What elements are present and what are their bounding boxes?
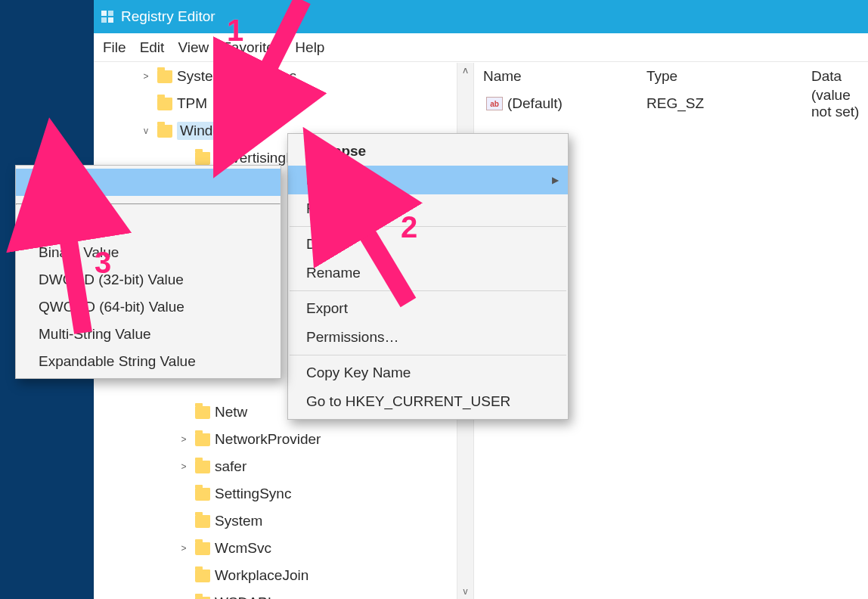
new-dword-value[interactable]: DWORD (32-bit) Value	[16, 266, 281, 293]
new-string-value[interactable]: String Value	[16, 212, 281, 239]
menu-view[interactable]: View	[178, 39, 209, 56]
new-multistring-value[interactable]: Multi-String Value	[16, 321, 281, 348]
ctx-new-label: New	[306, 172, 335, 188]
new-binary-value[interactable]: Binary Value	[16, 239, 281, 266]
ctx-copy-key-name[interactable]: Copy Key Name	[288, 358, 568, 387]
chevron-right-icon[interactable]: >	[139, 71, 153, 82]
tree-item-workplacejoin[interactable]: WorkplaceJoin	[94, 562, 473, 589]
svg-rect-3	[108, 17, 113, 23]
context-menu: Collapse New ▶ Find… Delete Rename Expor…	[287, 133, 569, 420]
tree-item-tpm[interactable]: TPM	[94, 90, 473, 117]
tree-label: NetworkProvider	[215, 431, 321, 448]
value-data: (value not set)	[811, 87, 868, 120]
tree-label: WorkplaceJoin	[215, 567, 308, 584]
scroll-down-icon[interactable]: v	[463, 587, 468, 596]
tree-label: System	[215, 513, 262, 529]
tree-label: WSDAPI	[215, 594, 271, 599]
folder-icon	[195, 515, 210, 528]
svg-rect-0	[101, 11, 107, 16]
new-submenu: Key String Value Binary Value DWORD (32-…	[15, 165, 281, 379]
tree-label: SettingSync	[215, 486, 291, 502]
ctx-permissions[interactable]: Permissions…	[288, 323, 568, 352]
svg-rect-1	[108, 11, 113, 16]
tree-label: SystemCertificates	[177, 68, 296, 85]
title-bar: Registry Editor	[94, 0, 868, 33]
tree-item-settingsync[interactable]: SettingSync	[94, 480, 473, 507]
tree-item-networkprovider[interactable]: > NetworkProvider	[94, 426, 473, 453]
window-title: Registry Editor	[121, 8, 215, 25]
ctx-delete[interactable]: Delete	[288, 230, 568, 259]
tree-item-systemcertificates[interactable]: > SystemCertificates	[94, 63, 473, 90]
folder-icon	[195, 433, 210, 446]
submenu-arrow-icon: ▶	[552, 175, 559, 185]
folder-icon	[157, 70, 172, 83]
svg-rect-2	[101, 17, 107, 23]
column-type-header[interactable]: Type	[646, 68, 811, 85]
chevron-right-icon[interactable]: >	[177, 461, 191, 472]
annotation-number-2: 2	[401, 210, 417, 244]
ctx-collapse[interactable]: Collapse	[288, 137, 568, 166]
tree-item-safer[interactable]: > safer	[94, 453, 473, 480]
menu-separator	[290, 226, 566, 227]
column-name-header[interactable]: Name	[474, 68, 646, 85]
value-type: REG_SZ	[646, 95, 811, 112]
new-qword-value[interactable]: QWORD (64-bit) Value	[16, 293, 281, 321]
folder-icon	[195, 488, 210, 501]
folder-icon	[195, 570, 210, 582]
value-name: (Default)	[507, 95, 563, 112]
menu-bar: File Edit View Favorites Help	[94, 33, 868, 62]
folder-icon	[195, 542, 210, 555]
tree-label: TPM	[177, 95, 207, 112]
tree-label: Netw	[215, 404, 247, 421]
chevron-down-icon[interactable]: v	[139, 126, 153, 136]
folder-icon	[195, 597, 210, 600]
new-key[interactable]: Key	[16, 169, 281, 196]
menu-file[interactable]: File	[103, 39, 126, 56]
new-expandstring-value[interactable]: Expandable String Value	[16, 348, 281, 375]
annotation-number-1: 1	[227, 14, 243, 48]
folder-icon	[157, 125, 172, 138]
folder-icon	[157, 98, 172, 110]
folder-icon	[195, 461, 210, 473]
tree-label: WcmSvc	[215, 540, 271, 557]
ctx-rename[interactable]: Rename	[288, 259, 568, 287]
menu-edit[interactable]: Edit	[140, 39, 165, 56]
chevron-right-icon[interactable]: >	[177, 543, 191, 554]
app-icon	[100, 9, 115, 24]
menu-help[interactable]: Help	[295, 39, 324, 56]
chevron-right-icon[interactable]: >	[177, 434, 191, 445]
menu-separator	[16, 203, 281, 205]
tree-label: Windows	[177, 122, 241, 140]
column-data-header[interactable]: Data	[811, 68, 868, 85]
string-value-icon: ab	[486, 97, 503, 110]
ctx-find[interactable]: Find…	[288, 194, 568, 223]
column-headers: Name Type Data	[474, 63, 868, 90]
folder-icon	[195, 152, 210, 165]
ctx-export[interactable]: Export	[288, 294, 568, 323]
folder-icon	[195, 406, 210, 419]
menu-separator	[290, 355, 566, 355]
menu-separator	[290, 290, 566, 291]
value-row-default[interactable]: ab (Default) REG_SZ (value not set)	[474, 90, 868, 117]
tree-label: safer	[215, 458, 246, 475]
ctx-go-to-hkcu[interactable]: Go to HKEY_CURRENT_USER	[288, 387, 568, 416]
annotation-number-3: 3	[95, 246, 111, 280]
scroll-up-icon[interactable]: ʌ	[463, 66, 468, 75]
tree-item-wcmsvc[interactable]: > WcmSvc	[94, 535, 473, 562]
tree-item-system[interactable]: System	[94, 507, 473, 535]
tree-item-wsdapi[interactable]: > WSDAPI	[94, 589, 473, 599]
ctx-new[interactable]: New ▶	[288, 166, 568, 194]
